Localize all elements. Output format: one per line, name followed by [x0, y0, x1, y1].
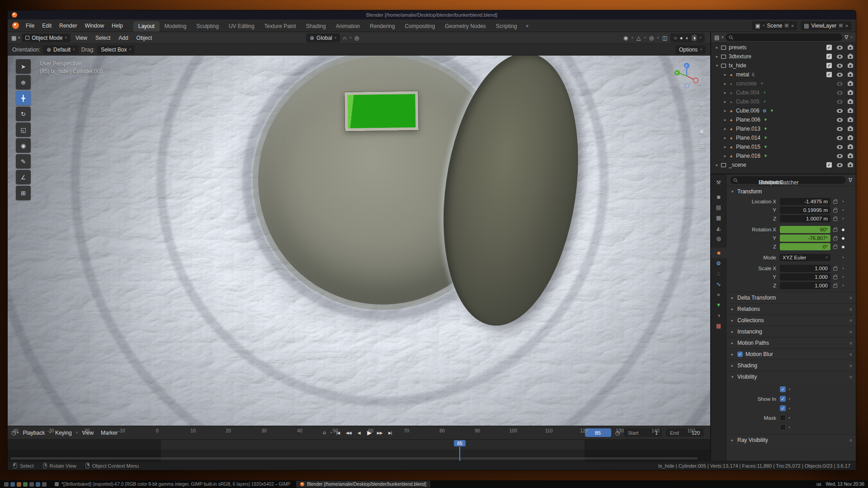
eye-icon[interactable] [837, 136, 843, 140]
motion-blur-checkbox[interactable]: ✓ [737, 352, 743, 357]
camera-icon[interactable] [848, 109, 853, 113]
drag-handle-icon[interactable]: ≡ [849, 329, 852, 334]
outliner-row-plane014[interactable]: ▸ ▲ Plane.014 ▼ [711, 133, 856, 142]
drag-handle-icon[interactable]: ≡ [849, 296, 852, 300]
camera-view-icon[interactable]: ▣ [697, 126, 707, 136]
scale-y-field[interactable]: 1.000 [780, 273, 830, 281]
props-tab-view-layer[interactable]: ▦ [711, 212, 726, 223]
camera-icon[interactable] [848, 118, 853, 122]
camera-icon[interactable] [848, 73, 853, 77]
menu-render[interactable]: Render [56, 19, 80, 32]
app-icon[interactable] [23, 482, 28, 487]
lock-icon[interactable] [830, 227, 840, 232]
outliner-row-concrete[interactable]: ▸ ▲ concrete ▼ [711, 79, 856, 88]
selectability-visibility-icon[interactable]: ◉ [623, 35, 628, 41]
eye-icon[interactable] [837, 73, 843, 77]
tool-move[interactable]: ╋ [16, 91, 31, 105]
mode-dropdown[interactable]: Object Mode ˅ [22, 33, 71, 42]
disclosure-icon[interactable]: ▸ [723, 72, 727, 77]
delta-transform-section[interactable]: ▸ Delta Transform ≡ [726, 292, 856, 303]
zoom-icon[interactable]: ⊕ [697, 99, 707, 109]
navigation-gizmo[interactable]: Z Y [672, 61, 702, 91]
prev-keyframe-button[interactable]: ◀◀ [344, 429, 353, 437]
lock-icon[interactable] [830, 199, 840, 204]
shading-section[interactable]: ▸ Shading ≡ [726, 360, 856, 371]
outliner-row-cube004[interactable]: ▸ ▲ Cube.004 ▼ [711, 88, 856, 97]
tool-transform[interactable]: ◉ [16, 138, 31, 153]
workspace-tab-scripting[interactable]: Scripting [491, 21, 522, 32]
eye-icon[interactable] [837, 55, 843, 59]
menu-add[interactable]: Add [115, 32, 131, 43]
end-frame-field[interactable]: End120 [666, 428, 704, 437]
instancing-section[interactable]: ▸ Instancing ≡ [726, 326, 856, 337]
close-scene-icon[interactable]: × [791, 23, 794, 28]
rotation-mode-dropdown[interactable]: XYZ Euler ˅ [780, 254, 830, 261]
rotation-z-field[interactable]: 0° [780, 243, 830, 250]
drag-handle-icon[interactable]: ≡ [849, 318, 852, 323]
menu-edit[interactable]: Edit [38, 19, 55, 32]
eye-icon[interactable] [837, 109, 843, 113]
props-tab-scene[interactable]: ◭ [711, 223, 726, 233]
view-layer-selector[interactable]: ▤ ViewLayer ⊞ × [801, 21, 851, 30]
disclosure-icon[interactable]: ▸ [723, 127, 727, 131]
decorator-icon[interactable]: • [840, 266, 847, 271]
props-tab-world[interactable]: ◍ [711, 233, 726, 244]
props-tab-tool[interactable]: ⚒ [711, 177, 726, 188]
motion-paths-section[interactable]: ▸ Motion Paths ≡ [726, 337, 856, 348]
location-y-field[interactable]: 0.19995 m [780, 206, 830, 214]
lock-icon[interactable] [830, 208, 840, 212]
transform-panel-header[interactable]: ▾ Transform [726, 186, 856, 197]
gizmos-icon[interactable]: △ [637, 35, 641, 41]
decorator-icon[interactable]: • [786, 425, 793, 430]
app-icon[interactable] [42, 482, 47, 487]
eye-icon[interactable] [837, 118, 843, 122]
eye-icon[interactable] [837, 64, 843, 68]
collection-checkbox[interactable]: ✓ [826, 54, 832, 59]
tool-scale[interactable]: ◱ [16, 122, 31, 137]
eye-icon[interactable] [837, 82, 843, 86]
shading-wireframe-icon[interactable]: ○ [674, 35, 677, 41]
lock-icon[interactable] [830, 236, 840, 240]
toggle-perspective-icon[interactable]: ⊞ [697, 141, 707, 150]
props-tab-modifiers[interactable]: ⚙ [711, 258, 726, 268]
jump-to-end-button[interactable]: ▶| [386, 429, 395, 437]
menu-object[interactable]: Object [133, 32, 156, 43]
props-tab-material[interactable]: ◑ [711, 310, 726, 320]
workspace-tab-compositing[interactable]: Compositing [400, 21, 440, 32]
scene-selector[interactable]: ▣ ˅ Scene ⊞ × [752, 21, 797, 30]
app-icon[interactable] [36, 482, 40, 487]
disclosure-icon[interactable]: ▸ [715, 163, 719, 167]
tool-select-box[interactable]: ➤ [16, 59, 31, 74]
relations-section[interactable]: ▸ Relations ≡ [726, 303, 856, 314]
props-tab-physics[interactable]: ∿ [711, 279, 726, 289]
proportional-editing-icon[interactable]: ◎ [354, 35, 359, 41]
workspace-tab-texture-paint[interactable]: Texture Paint [259, 21, 301, 32]
menu-keying[interactable]: Keying [52, 426, 75, 439]
scale-x-field[interactable]: 1.000 [780, 265, 830, 272]
camera-icon[interactable] [848, 82, 853, 86]
taskbar-window-gimp[interactable]: *[3trilionbaked] (exported)-67.0 (RGB co… [51, 481, 294, 488]
decorator-icon[interactable]: • [840, 255, 847, 260]
options-dropdown[interactable]: Options ˅ [675, 45, 706, 54]
decorator-icon[interactable]: • [840, 275, 847, 279]
playhead-line[interactable] [459, 447, 460, 461]
menu-help[interactable]: Help [108, 19, 127, 32]
collection-checkbox[interactable]: ✓ [826, 72, 832, 77]
outliner-row-3dtexture[interactable]: ▸ 3dtexture ✓ [711, 52, 856, 61]
ray-visibility-section[interactable]: ▸ Ray Visibility ≡ [726, 434, 856, 446]
keyframe-decorator-icon[interactable]: ◆ [840, 244, 847, 249]
close-view-layer-icon[interactable]: × [845, 23, 848, 28]
disclosure-icon[interactable]: ▸ [723, 154, 727, 158]
app-icon[interactable] [29, 482, 34, 487]
drag-handle-icon[interactable]: ≡ [849, 352, 852, 357]
eye-icon[interactable] [837, 46, 843, 50]
disclosure-icon[interactable]: ▸ [723, 117, 727, 122]
clock[interactable]: Wed, 13 Nov 20:36 [826, 482, 864, 487]
auto-keying-button[interactable]: ⊙ [320, 429, 329, 437]
play-reverse-button[interactable]: ◀ [354, 429, 363, 437]
snap-magnet-icon[interactable]: ∩ [343, 35, 347, 41]
workspace-tab-sculpting[interactable]: Sculpting [192, 21, 224, 32]
outliner-editor-icon[interactable]: ▤ [714, 34, 719, 41]
outliner-row-cube005[interactable]: ▸ ▲ Cube.005 ▼ [711, 97, 856, 106]
location-x-field[interactable]: -1.4975 m [780, 198, 830, 205]
